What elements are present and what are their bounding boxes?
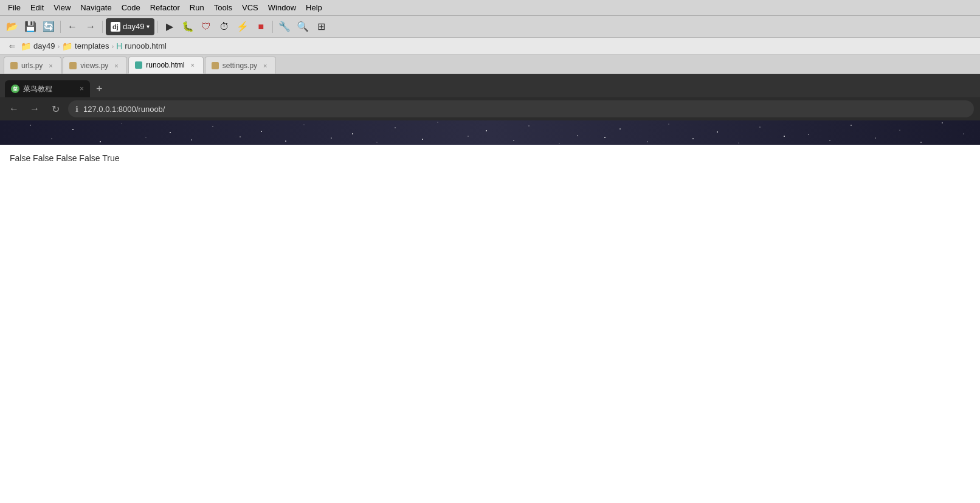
sync-button[interactable]: 🔄 xyxy=(40,18,57,35)
menu-help[interactable]: Help xyxy=(302,2,326,13)
svg-point-30 xyxy=(468,136,468,136)
open-folder-button[interactable]: 📂 xyxy=(4,18,21,35)
project-dropdown-arrow: ▾ xyxy=(147,23,150,30)
svg-point-38 xyxy=(829,140,830,141)
toolbar-sep-2 xyxy=(102,21,103,33)
browser-wrapper: 菜 菜鸟教程 × + ← → ↻ ℹ 127.0.0.1:8000/runoob… xyxy=(0,74,980,503)
forward-button[interactable]: → xyxy=(82,18,99,35)
run-button[interactable]: ▶ xyxy=(161,18,178,35)
svg-point-20 xyxy=(942,122,943,123)
svg-point-5 xyxy=(261,131,262,132)
urls-file-icon xyxy=(10,62,18,69)
menu-tools[interactable]: Tools xyxy=(210,2,236,13)
menu-file[interactable]: File xyxy=(4,2,25,13)
breadcrumb-back[interactable]: ⇐ xyxy=(6,40,18,52)
tab-settings[interactable]: settings.py × xyxy=(205,57,276,74)
stop-button[interactable]: ■ xyxy=(252,18,269,35)
svg-point-2 xyxy=(121,123,122,123)
svg-point-40 xyxy=(920,142,922,143)
views-file-icon xyxy=(69,62,77,69)
tab-views-close[interactable]: × xyxy=(112,61,120,70)
menu-edit[interactable]: Edit xyxy=(26,2,48,13)
menu-vcs[interactable]: VCS xyxy=(238,2,263,13)
menu-refactor[interactable]: Refactor xyxy=(146,2,184,13)
address-text: 127.0.0.1:8000/runoob/ xyxy=(83,105,165,114)
browser-nav: ← → ↻ ℹ 127.0.0.1:8000/runoob/ xyxy=(0,97,980,120)
browser-refresh-button[interactable]: ↻ xyxy=(47,101,63,117)
toolbar-sep-1 xyxy=(60,21,61,33)
menu-navigate[interactable]: Navigate xyxy=(76,2,116,13)
svg-point-28 xyxy=(376,142,377,142)
tab-urls-label: urls.py xyxy=(21,61,43,70)
tab-views-label: views.py xyxy=(80,61,108,70)
menu-window[interactable]: Window xyxy=(264,2,300,13)
browser-tab-label: 菜鸟教程 xyxy=(23,84,52,94)
svg-point-37 xyxy=(784,136,785,137)
html-file-icon: H xyxy=(116,41,122,51)
svg-point-41 xyxy=(963,133,964,134)
svg-point-8 xyxy=(395,127,396,128)
menu-run[interactable]: Run xyxy=(185,2,209,13)
content-area: False False False False True xyxy=(0,145,980,503)
browser-tab-close[interactable]: × xyxy=(80,85,84,93)
tab-views[interactable]: views.py × xyxy=(63,57,127,74)
runoob-file-icon xyxy=(135,61,142,69)
svg-point-6 xyxy=(303,124,304,125)
settings-file-icon xyxy=(212,62,219,69)
breadcrumb-runoob-label: runoob.html xyxy=(125,41,167,50)
browser-tab-runoob[interactable]: 菜 菜鸟教程 × xyxy=(5,80,90,97)
back-button[interactable]: ← xyxy=(64,18,81,35)
tab-urls[interactable]: urls.py × xyxy=(4,57,61,74)
svg-point-34 xyxy=(647,141,647,142)
breadcrumb-templates[interactable]: 📁 templates xyxy=(62,41,109,51)
search-button[interactable]: 🔍 xyxy=(294,18,311,35)
breadcrumb-runoob[interactable]: H runoob.html xyxy=(116,41,167,51)
tab-runoob[interactable]: runoob.html × xyxy=(128,57,203,74)
svg-point-11 xyxy=(528,125,529,126)
debug-button[interactable]: 🐛 xyxy=(179,18,196,35)
settings-button[interactable]: 🔧 xyxy=(276,18,293,35)
browser-back-button[interactable]: ← xyxy=(6,101,22,117)
stars-svg xyxy=(0,120,980,145)
browser-forward-button[interactable]: → xyxy=(27,101,43,117)
toolbar-sep-3 xyxy=(157,21,158,33)
menu-bar: File Edit View Navigate Code Refactor Ru… xyxy=(0,0,980,16)
svg-point-24 xyxy=(191,139,192,140)
breadcrumb-day49-label: day49 xyxy=(33,41,55,50)
menu-code[interactable]: Code xyxy=(117,2,145,13)
breadcrumb: ⇐ 📁 day49 › 📁 templates › H runoob.html xyxy=(0,38,980,55)
address-bar[interactable]: ℹ 127.0.0.1:8000/runoob/ xyxy=(68,100,974,117)
starfield-banner xyxy=(0,120,980,145)
tab-settings-close[interactable]: × xyxy=(261,61,269,70)
svg-point-35 xyxy=(692,138,694,139)
build-button[interactable]: ⚡ xyxy=(234,18,251,35)
svg-point-33 xyxy=(604,137,606,138)
svg-point-0 xyxy=(30,125,31,126)
new-tab-button[interactable]: + xyxy=(92,80,106,97)
svg-point-19 xyxy=(899,130,900,130)
svg-point-26 xyxy=(285,140,286,142)
menu-view[interactable]: View xyxy=(49,2,75,13)
svg-point-18 xyxy=(851,125,852,126)
ide-wrapper: File Edit View Navigate Code Refactor Ru… xyxy=(0,0,980,503)
svg-point-14 xyxy=(668,123,669,124)
svg-point-39 xyxy=(875,137,875,138)
save-button[interactable]: 💾 xyxy=(22,18,39,35)
breadcrumb-day49[interactable]: 📁 day49 xyxy=(21,41,55,51)
project-selector[interactable]: dj day49 ▾ xyxy=(106,18,154,35)
svg-point-22 xyxy=(100,141,101,142)
profile-button[interactable]: ⏱ xyxy=(216,18,233,35)
svg-point-16 xyxy=(759,127,760,127)
svg-point-31 xyxy=(513,140,514,141)
coverage-button[interactable]: 🛡 xyxy=(198,18,215,35)
toolbar: 📂 💾 🔄 ← → dj day49 ▾ ▶ 🐛 🛡 ⏱ ⚡ ■ 🔧 🔍 ⊞ xyxy=(0,16,980,38)
svg-point-13 xyxy=(619,128,621,130)
svg-point-1 xyxy=(72,129,74,130)
svg-point-3 xyxy=(170,132,171,133)
django-icon: dj xyxy=(111,22,120,32)
terminal-button[interactable]: ⊞ xyxy=(312,18,330,35)
folder-icon-templates: 📁 xyxy=(62,41,72,51)
svg-point-12 xyxy=(577,135,578,136)
tab-urls-close[interactable]: × xyxy=(46,61,55,70)
tab-runoob-close[interactable]: × xyxy=(188,61,197,69)
